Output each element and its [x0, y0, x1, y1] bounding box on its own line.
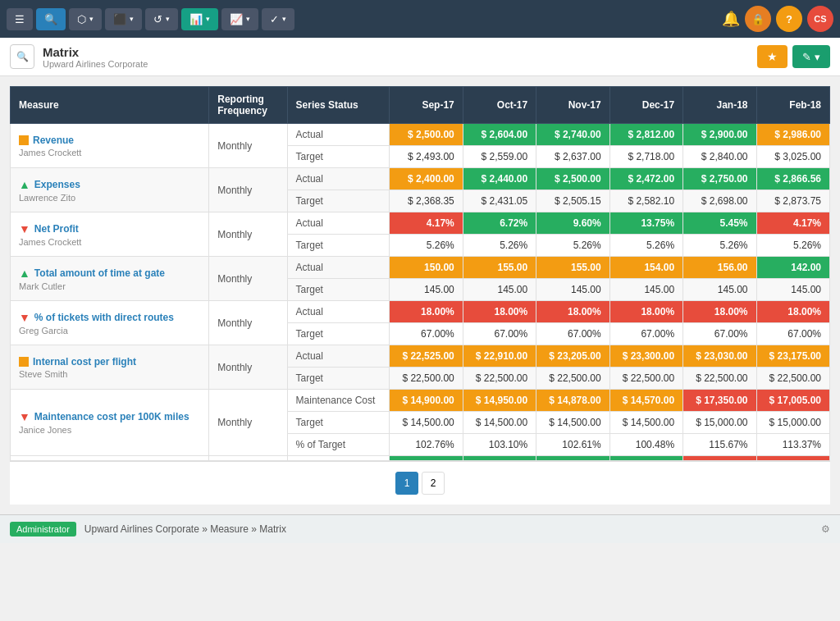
- filter2-button[interactable]: ↺ ▾: [145, 8, 178, 30]
- user-avatar[interactable]: CS: [807, 6, 833, 32]
- chart2-button[interactable]: 📈 ▾: [221, 8, 258, 30]
- value-cell: 5.26%: [463, 235, 536, 257]
- help-button[interactable]: ?: [776, 6, 802, 32]
- color-bar-cell: [683, 456, 756, 461]
- value-cell: $ 2,873.75: [756, 190, 829, 212]
- value-cell: 102.61%: [536, 434, 609, 456]
- status-cell: Maintenance Cost: [287, 390, 390, 412]
- value-cell: 145.00: [463, 279, 536, 301]
- lock-button[interactable]: 🔒: [745, 6, 771, 32]
- measure-name[interactable]: ▲ Expenses: [19, 178, 200, 191]
- value-cell: 6.72%: [463, 212, 536, 235]
- down-indicator: ▼: [19, 410, 30, 423]
- value-cell: 18.00%: [756, 301, 829, 323]
- measure-name[interactable]: Internal cost per flight: [19, 356, 200, 368]
- up-indicator: ▲: [19, 267, 30, 280]
- value-cell: $ 2,505.15: [536, 190, 609, 212]
- measure-name[interactable]: ▼ Maintenance cost per 100K miles: [19, 410, 200, 423]
- sub-header-left: 🔍 Matrix Upward Airlines Corporate: [10, 44, 148, 69]
- breadcrumb: Upward Airlines Corporate » Measure » Ma…: [84, 523, 286, 535]
- status-cell: Actual: [287, 212, 390, 235]
- page-title-block: Matrix Upward Airlines Corporate: [43, 45, 148, 69]
- measure-owner: James Crockett: [19, 237, 200, 247]
- col-dec17: Dec-17: [609, 87, 682, 124]
- value-cell: 145.00: [536, 279, 609, 301]
- value-cell: $ 14,900.00: [390, 390, 463, 412]
- color-bar-cell: [11, 456, 209, 461]
- status-cell: Target: [287, 146, 390, 168]
- value-cell: 67.00%: [536, 323, 609, 345]
- value-cell: $ 2,866.56: [756, 168, 829, 190]
- main-content: Measure ReportingFrequency Series Status…: [0, 76, 840, 514]
- value-cell: $ 23,175.00: [756, 345, 829, 368]
- value-cell: $ 2,750.00: [683, 168, 756, 190]
- measure-cell: ▲ Total amount of time at gateMark Cutle…: [11, 257, 209, 301]
- menu-button[interactable]: ☰: [7, 8, 33, 30]
- down-indicator: ▼: [19, 222, 30, 235]
- value-cell: $ 17,350.00: [683, 390, 756, 412]
- value-cell: $ 22,500.00: [536, 368, 609, 390]
- measure-name[interactable]: Revenue: [19, 135, 200, 146]
- value-cell: 5.26%: [683, 235, 756, 257]
- measure-cell: Internal cost per flightSteve Smith: [11, 345, 209, 390]
- check-button[interactable]: ✓ ▾: [262, 8, 294, 30]
- chart-button[interactable]: 📊 ▾: [181, 8, 218, 30]
- hierarchy-button[interactable]: ⬡ ▾: [69, 8, 102, 30]
- value-cell: 145.00: [609, 279, 682, 301]
- down-indicator: ▼: [19, 311, 30, 324]
- value-cell: $ 14,570.00: [609, 390, 682, 412]
- settings-icon[interactable]: ⚙: [821, 523, 830, 535]
- status-cell: Target: [287, 279, 390, 301]
- value-cell: 156.00: [683, 257, 756, 279]
- toolbar-right: 🔔 🔒 ? CS: [722, 6, 833, 32]
- value-cell: 18.00%: [463, 301, 536, 323]
- value-cell: $ 2,440.00: [463, 168, 536, 190]
- value-cell: $ 14,500.00: [609, 412, 682, 434]
- pagination: 1 2: [10, 461, 830, 505]
- measure-name[interactable]: ▼ Net Profit: [19, 222, 200, 235]
- value-cell: $ 22,500.00: [683, 368, 756, 390]
- measure-owner: Janice Jones: [19, 425, 200, 435]
- favorite-button[interactable]: ★: [757, 45, 788, 68]
- value-cell: 5.26%: [536, 235, 609, 257]
- status-cell: Actual: [287, 124, 390, 146]
- value-cell: $ 14,950.00: [463, 390, 536, 412]
- page-2-button[interactable]: 2: [422, 472, 445, 495]
- search-button[interactable]: 🔍: [36, 8, 66, 30]
- value-cell: 5.26%: [756, 235, 829, 257]
- col-frequency: ReportingFrequency: [209, 87, 287, 124]
- measure-cell: RevenueJames Crockett: [11, 124, 209, 168]
- status-cell: Target: [287, 323, 390, 345]
- sub-header-right: ★ ✎ ▾: [757, 45, 830, 68]
- value-cell: $ 22,500.00: [463, 368, 536, 390]
- measure-name[interactable]: ▲ Total amount of time at gate: [19, 267, 200, 280]
- value-cell: 4.17%: [390, 212, 463, 235]
- value-cell: $ 2,431.05: [463, 190, 536, 212]
- value-cell: $ 22,500.00: [756, 368, 829, 390]
- value-cell: $ 23,205.00: [536, 345, 609, 368]
- value-cell: $ 2,637.00: [536, 146, 609, 168]
- notification-bell[interactable]: 🔔: [722, 10, 740, 28]
- value-cell: 100.48%: [609, 434, 682, 456]
- value-cell: 115.67%: [683, 434, 756, 456]
- value-cell: $ 2,500.00: [390, 124, 463, 146]
- edit-button[interactable]: ✎ ▾: [792, 45, 830, 68]
- small-search-button[interactable]: 🔍: [10, 44, 34, 69]
- value-cell: $ 2,493.00: [390, 146, 463, 168]
- frequency-cell: Monthly: [209, 345, 287, 390]
- status-cell: Actual: [287, 168, 390, 190]
- table-row: ▼ % of tickets with direct routesGreg Ga…: [11, 301, 830, 323]
- value-cell: $ 14,878.00: [536, 390, 609, 412]
- filter1-button[interactable]: ⬛ ▾: [105, 8, 142, 30]
- value-cell: $ 2,740.00: [536, 124, 609, 146]
- status-cell: Target: [287, 412, 390, 434]
- page-1-button[interactable]: 1: [395, 472, 418, 495]
- col-nov17: Nov-17: [536, 87, 609, 124]
- status-cell: Actual: [287, 257, 390, 279]
- color-bar-cell: [463, 456, 536, 461]
- measure-name[interactable]: ▼ % of tickets with direct routes: [19, 311, 200, 324]
- value-cell: $ 15,000.00: [756, 412, 829, 434]
- value-cell: 4.17%: [756, 212, 829, 235]
- table-row: RevenueJames CrockettMonthlyActual$ 2,50…: [11, 124, 830, 146]
- footer: Administrator Upward Airlines Corporate …: [0, 514, 840, 543]
